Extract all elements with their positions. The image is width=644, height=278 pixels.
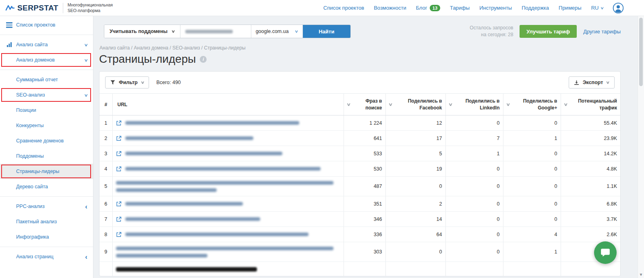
serpstat-logo[interactable]: SERPSTAT [6,4,58,12]
url-cell [112,146,344,161]
linkedin-shares: 0 [445,177,503,196]
export-button[interactable]: Экспорт ∨ [569,76,615,89]
column-header[interactable]: ∨Поделились в LinkedIn [445,94,503,115]
external-link-icon[interactable] [116,232,122,237]
header-nav: Список проектовВозможностиБлог13ТарифыИн… [323,5,604,11]
sidebar-item[interactable]: Конкуренты [0,118,93,133]
chevron-down-icon: ∨ [601,6,605,10]
search-row: Учитывать поддомены ∨ google.com.ua ∨ На… [104,25,621,38]
other-plans-link[interactable]: Другие тарифы [583,29,621,35]
phrases-count[interactable]: 641 [344,131,385,146]
search-engine-dropdown[interactable]: google.com.ua ∨ [251,25,303,38]
column-header[interactable]: ∨Потенциальный трафик [561,94,620,115]
sidebar-item[interactable]: Дерево сайта [0,179,93,194]
column-header[interactable]: ∨Фраз в поиске [344,94,385,115]
export-icon [574,80,579,85]
phrases-count[interactable]: 533 [344,146,385,161]
nav-item[interactable]: Поддержка [522,5,549,11]
googleplus-shares: 0 [503,146,561,161]
filter-button[interactable]: Фильтр ∨ [105,76,149,89]
phrases-count[interactable]: 346 [344,212,385,227]
phrases-count[interactable]: 530 [344,161,385,177]
sidebar-item[interactable]: Список проектов [0,17,93,33]
phrases-count[interactable]: 487 [344,177,385,196]
user-avatar[interactable] [613,2,624,14]
phrases-count[interactable]: 351 [344,196,385,212]
chat-widget-button[interactable] [594,241,617,264]
redacted-url[interactable] [125,217,260,221]
redacted-url[interactable] [125,167,321,171]
nav-item[interactable]: Возможности [374,5,406,11]
sidebar-item-label: Список проектов [16,22,55,28]
sort-chevron-icon[interactable]: ∨ [506,102,510,107]
sidebar-item[interactable]: Анализ сайта∨ [0,37,93,52]
sidebar-item[interactable]: Поддомены [0,148,93,164]
scrollbar-thumb[interactable] [639,18,643,86]
nav-item[interactable]: Список проектов [323,5,364,11]
redacted-url[interactable] [116,188,217,192]
sidebar-item[interactable]: Позиции [0,103,93,118]
redacted-url[interactable] [125,136,253,140]
potential-traffic: 3.7K [561,212,620,227]
sidebar-item[interactable]: Сравнение доменов [0,133,93,148]
external-link-icon[interactable] [116,201,122,207]
phrases-count[interactable]: 303 [344,242,385,262]
sidebar-item[interactable]: Анализ доменов∨ [0,52,93,68]
sidebar-item[interactable]: Инфографика [0,229,93,245]
logo-text: SERPSTAT [17,4,58,12]
sidebar-item[interactable]: SEO-анализ∨ [0,87,93,103]
sidebar-item-label: Анализ сайта [16,42,48,47]
url-cell [112,161,344,177]
domain-input[interactable] [180,25,251,38]
redacted-url[interactable] [125,233,309,236]
nav-item[interactable]: RU∨ [591,5,604,11]
search-button[interactable]: Найти [303,25,350,38]
external-link-icon[interactable] [116,120,122,126]
sort-chevron-icon[interactable]: ∨ [563,102,568,107]
url-cell [112,212,344,227]
sidebar-item[interactable]: Страницы-лидеры [0,164,93,179]
tagline-line2: SEO-платформа [68,8,113,14]
redacted-url[interactable] [116,267,257,272]
table-row: 54870001.1K [99,177,620,196]
phrases-count[interactable]: 1 224 [344,115,385,131]
row-number [99,262,112,277]
sidebar-item[interactable]: Анализ страниц‹ [0,249,93,264]
nav-item[interactable]: Инструменты [479,5,512,11]
sidebar-item[interactable]: Пакетный анализ [0,214,93,229]
info-icon[interactable]: i [200,56,207,63]
chevron-left-icon: ‹ [85,203,87,210]
redacted-url[interactable] [116,254,207,257]
sidebar-item[interactable]: PPC-анализ‹ [0,199,93,214]
breadcrumb[interactable]: Анализ сайта / Анализ домена / SEO-анали… [99,45,621,51]
redacted-url[interactable] [125,121,299,125]
vertical-scrollbar[interactable]: ▼ [638,16,644,278]
sidebar-item[interactable]: Суммарный отчет [0,72,93,87]
scrollbar-down-arrow[interactable]: ▼ [638,272,644,277]
external-link-icon[interactable] [116,136,122,141]
redacted-url[interactable] [125,152,282,155]
sort-chevron-icon[interactable]: ∨ [346,102,351,107]
column-header[interactable]: ∨Поделились в Facebook [385,94,445,115]
redacted-url[interactable] [125,202,243,206]
row-number: 5 [99,177,112,196]
nav-item[interactable]: Тарифы [450,5,470,11]
redacted-url[interactable] [116,247,333,250]
chevron-down-icon: ∨ [84,58,88,62]
column-header[interactable]: ∨Поделились в Google+ [503,94,561,115]
chevron-down-icon: ∨ [294,29,298,33]
nav-item[interactable]: Примеры [559,5,582,11]
nav-item[interactable]: Блог13 [416,5,440,11]
subdomains-dropdown[interactable]: Учитывать поддомены ∨ [104,25,180,38]
sort-chevron-icon[interactable]: ∨ [388,102,393,107]
upgrade-plan-button[interactable]: Улучшить тариф [520,25,577,38]
external-link-icon[interactable] [116,151,122,157]
external-link-icon[interactable] [116,166,122,172]
nav-item-label: Блог [416,5,427,11]
phrases-count[interactable] [344,262,385,277]
table-row: 453019004.8K [99,161,620,177]
external-link-icon[interactable] [116,216,122,222]
phrases-count[interactable]: 336 [344,227,385,242]
sort-chevron-icon[interactable]: ∨ [448,102,453,107]
redacted-url[interactable] [116,181,333,185]
